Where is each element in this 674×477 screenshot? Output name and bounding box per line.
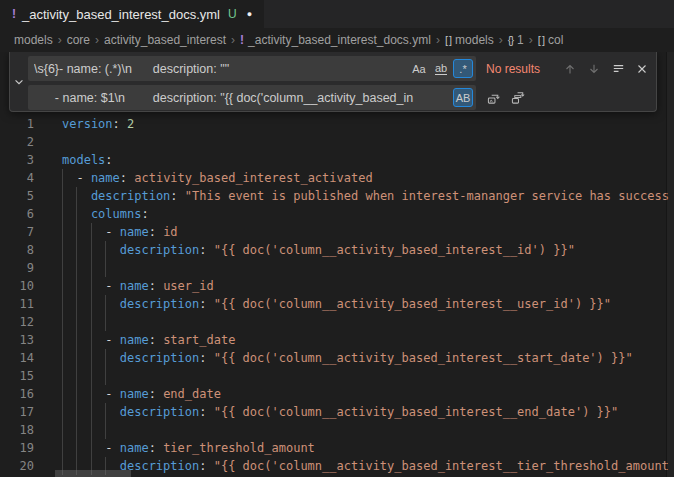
line-content: models: <box>62 151 113 169</box>
array-symbol-icon: [ ] <box>538 34 544 46</box>
indent-guide <box>62 439 76 457</box>
indent-guide <box>76 367 90 385</box>
line-content <box>62 367 120 385</box>
code-line: 5description: "This event is published w… <box>0 187 674 205</box>
indent-guide <box>76 187 90 205</box>
line-content: - name: id <box>62 223 178 241</box>
find-results-status: No results <box>486 62 540 76</box>
line-content <box>62 421 120 439</box>
line-number: 5 <box>0 187 34 205</box>
breadcrumb-label: core <box>67 33 90 47</box>
breadcrumb-label: models <box>14 33 53 47</box>
indent-guide <box>91 241 105 259</box>
replace-input[interactable]: - name: $1\n description: "{{ doc('colum… <box>28 85 476 110</box>
chevron-down-icon <box>13 76 25 88</box>
indent-guide <box>62 295 76 313</box>
breadcrumb-item[interactable]: {}1 <box>508 33 524 47</box>
breadcrumb-item[interactable]: !_activity_based_interest_docs.yml <box>240 33 431 47</box>
breadcrumb-item[interactable]: models <box>14 33 53 47</box>
code-line: 4- name: activity_based_interest_activat… <box>0 169 674 187</box>
object-symbol-icon: {} <box>508 34 513 46</box>
horizontal-scrollbar[interactable] <box>55 470 131 477</box>
find-query-text: \s{6}- name: (.*)\n description: "" <box>34 62 407 76</box>
indent-guide <box>91 421 105 439</box>
next-match-button[interactable] <box>584 59 604 79</box>
line-number: 8 <box>0 241 34 259</box>
breadcrumb-separator-icon: › <box>231 33 235 47</box>
match-case-button[interactable]: Aa <box>409 59 429 78</box>
code-line: 8description: "{{ doc('column__activity_… <box>0 241 674 259</box>
regex-button[interactable]: .* <box>453 59 473 78</box>
code-editor[interactable]: 1version: 223models:4- name: activity_ba… <box>0 52 674 477</box>
line-content <box>62 259 120 277</box>
vertical-scrollbar[interactable] <box>666 52 674 477</box>
indent-guide <box>105 313 119 331</box>
indent-guide <box>91 385 105 403</box>
breadcrumb-item[interactable]: core <box>67 33 90 47</box>
line-content: description: "{{ doc('column__activity_b… <box>62 295 611 313</box>
line-number: 18 <box>0 421 34 439</box>
code-line: 7- name: id <box>0 223 674 241</box>
toggle-replace-button[interactable] <box>10 52 28 111</box>
line-content: - name: user_id <box>62 277 214 295</box>
line-number: 12 <box>0 313 34 331</box>
line-content: description: "{{ doc('column__activity_b… <box>62 457 669 475</box>
breadcrumb-item[interactable]: [ ]col <box>538 33 564 47</box>
indent-guide <box>62 349 76 367</box>
indent-guide <box>62 421 76 439</box>
line-content: description: "{{ doc('column__activity_b… <box>62 403 618 421</box>
code-line: 2 <box>0 133 674 151</box>
line-number: 4 <box>0 169 34 187</box>
line-content: description: "This event is published wh… <box>62 187 669 205</box>
indent-guide <box>105 259 119 277</box>
line-number: 14 <box>0 349 34 367</box>
indent-guide <box>76 349 90 367</box>
indent-guide <box>105 241 119 259</box>
indent-guide <box>91 403 105 421</box>
line-content: - name: activity_based_interest_activate… <box>62 169 373 187</box>
line-number: 17 <box>0 403 34 421</box>
indent-guide <box>76 313 90 331</box>
breadcrumb-item[interactable]: activity_based_interest <box>104 33 226 47</box>
replace-button[interactable] <box>484 88 504 108</box>
line-number: 6 <box>0 205 34 223</box>
whole-word-button[interactable]: ab <box>431 59 451 78</box>
indent-guide <box>76 259 90 277</box>
git-status-badge: U <box>228 7 237 21</box>
code-line: 9 <box>0 259 674 277</box>
find-in-selection-button[interactable] <box>608 59 628 79</box>
preserve-case-button[interactable]: AB <box>453 88 473 107</box>
indent-guide <box>105 367 119 385</box>
indent-guide <box>105 403 119 421</box>
find-input[interactable]: \s{6}- name: (.*)\n description: "" Aa a… <box>28 56 476 81</box>
line-content: description: "{{ doc('column__activity_b… <box>62 241 575 259</box>
indent-guide <box>62 169 76 187</box>
arrow-up-icon <box>563 62 577 76</box>
replace-all-button[interactable] <box>508 88 528 108</box>
line-content: - name: tier_threshold_amount <box>62 439 315 457</box>
line-content: - name: end_date <box>62 385 221 403</box>
breadcrumb-separator-icon: › <box>529 33 533 47</box>
modified-dot-icon[interactable]: ● <box>247 9 252 19</box>
replace-row: - name: $1\n description: "{{ doc('colum… <box>28 85 652 110</box>
code-line: 10- name: user_id <box>0 277 674 295</box>
indent-guide <box>62 205 76 223</box>
tab-active[interactable]: ! _activity_based_interest_docs.yml U ● <box>0 0 265 28</box>
find-replace-widget: \s{6}- name: (.*)\n description: "" Aa a… <box>9 52 657 112</box>
line-content: description: "{{ doc('column__activity_b… <box>62 349 633 367</box>
selection-lines-icon <box>611 61 626 76</box>
line-number: 1 <box>0 115 34 133</box>
line-number: 9 <box>0 259 34 277</box>
indent-guide <box>62 223 76 241</box>
line-number: 13 <box>0 331 34 349</box>
line-number: 10 <box>0 277 34 295</box>
indent-guide <box>62 331 76 349</box>
previous-match-button[interactable] <box>560 59 580 79</box>
vscode-window: ! _activity_based_interest_docs.yml U ● … <box>0 0 674 477</box>
find-row: \s{6}- name: (.*)\n description: "" Aa a… <box>28 56 652 81</box>
indent-guide <box>91 439 105 457</box>
breadcrumb-item[interactable]: [ ]models <box>445 33 494 47</box>
line-content: - name: start_date <box>62 331 235 349</box>
close-find-button[interactable] <box>632 59 652 79</box>
replace-icon <box>487 90 502 105</box>
